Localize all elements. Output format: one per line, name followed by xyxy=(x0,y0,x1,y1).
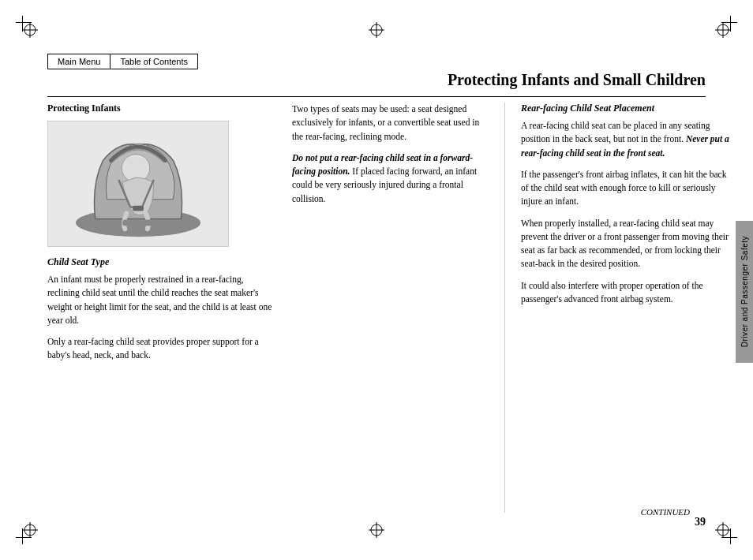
table-of-contents-button[interactable]: Table of Contents xyxy=(110,54,198,69)
corner-mark-tl xyxy=(16,16,39,39)
right-body2: If the passenger's front airbag inflates… xyxy=(521,168,731,209)
reg-mark-tc xyxy=(369,22,384,38)
side-tab-label: Driver and Passenger Safety xyxy=(740,236,749,347)
middle-column: Two types of seats may be used: a seat d… xyxy=(292,103,505,513)
right-body1: A rear-facing child seat can be placed i… xyxy=(521,119,731,160)
page-title: Protecting Infants and Small Children xyxy=(448,71,706,89)
svg-rect-24 xyxy=(133,206,144,211)
right-body4: It could also interfere with proper oper… xyxy=(521,279,731,307)
corner-mark-tr xyxy=(714,16,737,39)
nav-bar: Main Menu Table of Contents xyxy=(47,54,198,69)
right-column: Rear-facing Child Seat Placement A rear-… xyxy=(505,103,731,513)
child-seat-type-body1: An infant must be properly restrained in… xyxy=(47,273,276,327)
child-seat-type-heading: Child Seat Type xyxy=(47,256,276,268)
protecting-infants-heading: Protecting Infants xyxy=(47,103,276,114)
rear-facing-heading: Rear-facing Child Seat Placement xyxy=(521,103,731,114)
right-body3: When properly installed, a rear-facing c… xyxy=(521,217,731,271)
side-tab: Driver and Passenger Safety xyxy=(736,221,753,363)
mid-body1: Two types of seats may be used: a seat d… xyxy=(292,103,489,144)
reg-mark-bc xyxy=(369,522,384,538)
page-number: 39 xyxy=(695,516,706,528)
left-column: Protecting Infants xyxy=(47,103,292,513)
child-seat-type-body2: Only a rear-facing child seat provides p… xyxy=(47,335,276,363)
mid-bold-italic: Do not put a rear-facing child seat in a… xyxy=(292,151,489,206)
corner-mark-bl xyxy=(16,521,39,544)
main-content: Protecting Infants xyxy=(47,103,731,513)
svg-rect-25 xyxy=(122,219,154,226)
corner-mark-br xyxy=(714,521,737,544)
right-body1-text: A rear-facing child seat can be placed i… xyxy=(521,121,710,144)
main-menu-button[interactable]: Main Menu xyxy=(47,54,110,69)
title-rule xyxy=(47,96,706,97)
infant-seat-image xyxy=(47,121,229,247)
continued-label: CONTINUED xyxy=(641,507,690,517)
